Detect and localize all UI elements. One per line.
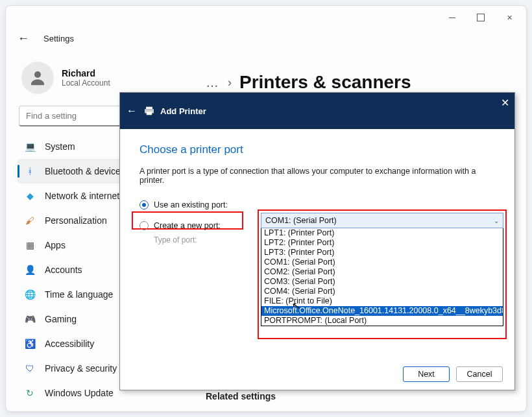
related-heading: Related settings — [206, 391, 514, 401]
close-button[interactable] — [495, 8, 524, 27]
dialog-title: Add Printer — [160, 106, 206, 116]
radio-existing-port[interactable]: Use an existing port: — [139, 200, 260, 209]
port-combobox[interactable]: COM1: (Serial Port) ⌄ — [261, 213, 503, 228]
sidebar-item-label: Accessibility — [45, 339, 94, 349]
back-icon[interactable]: ← — [18, 32, 29, 45]
system-icon: 💻 — [24, 141, 36, 152]
accessibility-icon: ♿ — [24, 338, 36, 350]
radio-new-port[interactable]: Create a new port: — [139, 221, 260, 230]
maximize-button[interactable] — [466, 8, 495, 27]
port-option[interactable]: LPT2: (Printer Port) — [261, 238, 503, 248]
avatar — [21, 62, 54, 94]
dialog-close-icon[interactable]: ✕ — [501, 97, 509, 109]
page-title: Printers & scanners — [239, 72, 411, 93]
header-row: ← Settings — [6, 29, 526, 47]
window-titlebar — [6, 6, 526, 29]
dialog-back-icon[interactable]: ← — [127, 105, 137, 117]
radio-group: Use an existing port: Create a new port:… — [139, 200, 260, 244]
dialog-body: Choose a printer port A printer port is … — [120, 129, 514, 390]
sidebar-item-label: Windows Update — [45, 388, 114, 398]
radio-bullet-icon — [139, 221, 149, 230]
dialog-description: A printer port is a type of connection t… — [139, 167, 495, 185]
port-dropdown-list[interactable]: LPT1: (Printer Port)LPT2: (Printer Port)… — [261, 228, 503, 326]
radio-bullet-selected-icon — [139, 200, 149, 209]
privacy-security-icon: 🛡 — [24, 363, 36, 374]
breadcrumb: … › Printers & scanners — [206, 72, 514, 93]
network-internet-icon: ◆ — [24, 190, 36, 202]
sidebar-item-label: Gaming — [45, 314, 77, 324]
profile[interactable]: Richard Local Account — [21, 62, 186, 94]
gaming-icon: 🎮 — [24, 313, 36, 325]
app-title: Settings — [43, 34, 74, 43]
sidebar-item-label: Time & language — [45, 289, 113, 300]
port-option[interactable]: COM3: (Serial Port) — [261, 277, 503, 287]
radio-existing-label: Use an existing port: — [154, 200, 228, 209]
time-language-icon: 🌐 — [24, 289, 36, 300]
chevron-right-icon: › — [228, 76, 232, 89]
printer-icon — [143, 106, 155, 115]
dialog-heading: Choose a printer port — [139, 143, 495, 156]
personalization-icon: 🖌 — [24, 215, 36, 226]
profile-sub: Local Account — [62, 78, 110, 88]
port-option[interactable]: LPT3: (Printer Port) — [261, 248, 503, 257]
port-option[interactable]: FILE: (Print to File) — [261, 296, 503, 306]
port-option[interactable]: Microsoft.Office.OneNote_16001.14131.200… — [261, 306, 503, 316]
radio-new-label: Create a new port: — [154, 221, 221, 230]
sidebar-item-label: Privacy & security — [45, 363, 117, 374]
port-selected-value: COM1: (Serial Port) — [265, 216, 337, 225]
sidebar-item-label: Apps — [45, 240, 66, 250]
apps-icon: ▦ — [24, 239, 36, 251]
port-dropdown-annotation: COM1: (Serial Port) ⌄ LPT1: (Printer Por… — [258, 209, 507, 339]
cancel-button[interactable]: Cancel — [456, 366, 503, 382]
svg-point-0 — [34, 71, 41, 78]
svg-rect-3 — [147, 112, 152, 115]
person-icon — [28, 68, 47, 88]
profile-name: Richard — [62, 68, 110, 78]
windows-update-icon: ↻ — [24, 387, 36, 399]
bluetooth-devices-icon: ᚼ — [24, 165, 36, 177]
port-option[interactable]: COM4: (Serial Port) — [261, 287, 503, 296]
add-printer-dialog: ← Add Printer ✕ Choose a printer port A … — [119, 92, 515, 390]
sidebar-item-label: System — [45, 141, 75, 152]
next-button[interactable]: Next — [403, 366, 450, 382]
dialog-titlebar: ← Add Printer ✕ — [120, 93, 514, 129]
port-option[interactable]: LPT1: (Printer Port) — [261, 228, 503, 238]
sidebar-item-label: Bluetooth & devices — [45, 166, 125, 176]
port-option[interactable]: PORTPROMPT: (Local Port) — [261, 316, 503, 326]
accounts-icon: 👤 — [24, 264, 36, 276]
type-of-port-label: Type of port: — [154, 235, 260, 244]
port-option[interactable]: COM1: (Serial Port) — [261, 257, 503, 267]
chevron-down-icon: ⌄ — [494, 217, 499, 224]
dialog-footer: Next Cancel — [403, 366, 503, 382]
sidebar-item-label: Personalization — [45, 215, 107, 226]
minimize-button[interactable] — [438, 8, 466, 27]
sidebar-item-label: Accounts — [45, 265, 82, 275]
svg-rect-1 — [146, 107, 152, 110]
sidebar-item-label: Network & internet — [45, 191, 119, 201]
breadcrumb-dots[interactable]: … — [206, 75, 220, 90]
port-option[interactable]: COM2: (Serial Port) — [261, 267, 503, 277]
